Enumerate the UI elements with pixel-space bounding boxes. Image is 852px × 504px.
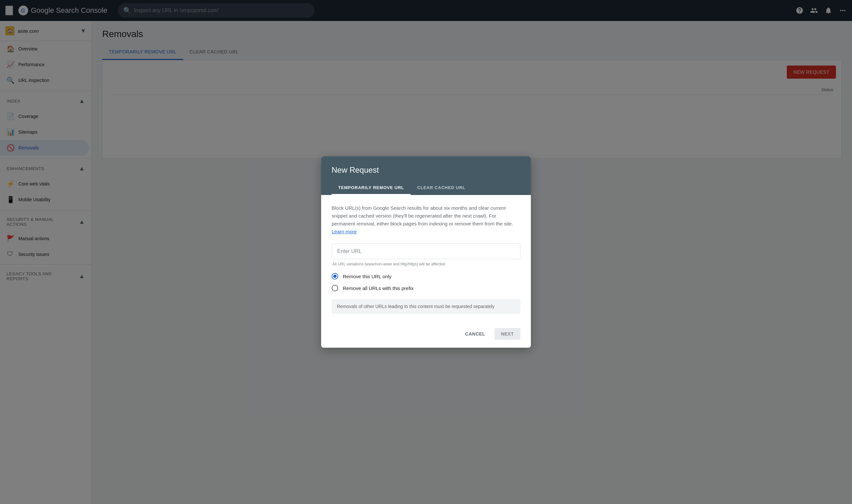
url-input-wrapper[interactable] [332,244,520,259]
new-request-dialog: New Request TEMPORARILY REMOVE URL CLEAR… [321,156,531,348]
dialog-body: Block URL(s) from Google Search results … [321,195,531,323]
modal-overlay[interactable]: New Request TEMPORARILY REMOVE URL CLEAR… [0,0,852,504]
url-input[interactable] [337,248,515,254]
radio-url-prefix-label: Remove all URLs with this prefix [343,285,414,291]
dialog-tabs: TEMPORARILY REMOVE URL CLEAR CACHED URL [332,181,520,195]
dialog-header: New Request TEMPORARILY REMOVE URL CLEAR… [321,156,531,195]
radio-url-only-label: Remove this URL only [343,274,392,279]
dialog-description: Block URL(s) from Google Search results … [332,204,520,236]
dialog-tab-temporarily-remove[interactable]: TEMPORARILY REMOVE URL [332,181,411,195]
info-box: Removals of other URLs leading to this c… [332,299,520,313]
learn-more-link[interactable]: Learn more [332,229,357,234]
dialog-title: New Request [332,165,520,175]
next-button[interactable]: NEXT [494,328,520,340]
cancel-button[interactable]: CANCEL [460,328,490,340]
dialog-footer: CANCEL NEXT [321,323,531,348]
radio-url-prefix-circle [332,285,338,291]
radio-url-only[interactable]: Remove this URL only [332,273,520,280]
url-note: All URL variations (www/non-www and http… [332,262,520,266]
radio-group: Remove this URL only Remove all URLs wit… [332,273,520,291]
radio-url-only-circle [332,273,338,280]
dialog-tab-clear-cached[interactable]: CLEAR CACHED URL [411,181,472,195]
radio-url-prefix[interactable]: Remove all URLs with this prefix [332,285,520,291]
